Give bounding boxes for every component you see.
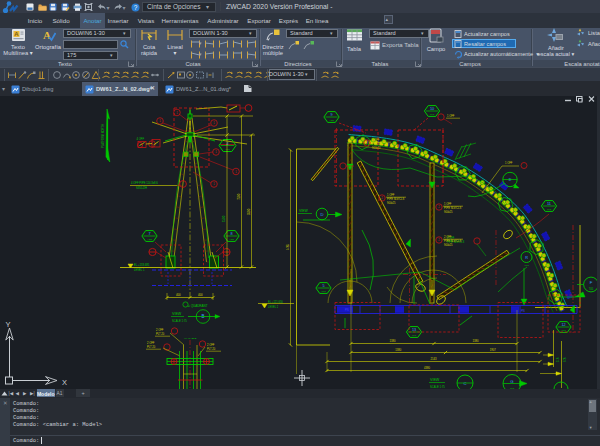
svg-text:1500: 1500: [222, 215, 226, 222]
svg-text:A: A: [14, 31, 19, 37]
svg-text:3500: 3500: [247, 208, 251, 215]
svg-text:LEVEL 2: LEVEL 2: [268, 305, 279, 309]
svg-text:11: 11: [547, 202, 551, 206]
svg-text:400: 400: [198, 293, 203, 297]
svg-text:5: 5: [322, 284, 324, 288]
svg-text:VIEW: VIEW: [299, 209, 308, 213]
svg-text:2 OFF: 2 OFF: [207, 343, 215, 347]
svg-text:2 OFF: 2 OFF: [156, 328, 164, 332]
svg-text:903: 903: [412, 334, 417, 337]
svg-text:1 OFF: 1 OFF: [372, 138, 380, 142]
svg-text:900x20: 900x20: [372, 146, 381, 150]
svg-text:4380: 4380: [424, 366, 430, 370]
svg-text:9: 9: [330, 113, 332, 117]
svg-text:Y: Y: [6, 320, 11, 329]
svg-text:PLT 20: PLT 20: [207, 347, 216, 351]
svg-text:EL.+121.650: EL.+121.650: [268, 300, 283, 304]
svg-text:4465: 4465: [286, 244, 290, 250]
svg-text:X: X: [62, 378, 67, 387]
svg-text:7500: 7500: [237, 193, 241, 200]
svg-text:746: 746: [563, 357, 567, 362]
svg-text:903: 903: [321, 290, 326, 293]
svg-text:1 OFF: 1 OFF: [447, 114, 455, 118]
svg-text:ASS: ASS: [147, 238, 152, 241]
svg-text:8: 8: [230, 232, 232, 236]
svg-text:HV CABLE: HV CABLE: [184, 337, 197, 340]
svg-text:516: 516: [556, 357, 560, 362]
svg-text:1 OFF: 1 OFF: [444, 202, 452, 206]
svg-text:903: 903: [524, 264, 529, 267]
svg-text:EL.+133.685: EL.+133.685: [134, 263, 150, 267]
svg-text:7: 7: [148, 232, 150, 236]
svg-text:1 OFF: 1 OFF: [387, 193, 395, 197]
svg-text:C: C: [463, 381, 466, 386]
svg-text:705: 705: [589, 287, 594, 291]
svg-text:ASS: ASS: [229, 238, 234, 241]
svg-text:900x25: 900x25: [444, 243, 453, 247]
svg-text:⌀ QUADRANT: ⌀ QUADRANT: [188, 304, 208, 308]
svg-text:G: G: [510, 379, 513, 384]
svg-text:10: 10: [430, 107, 434, 111]
svg-text:PN: PN: [521, 309, 525, 313]
svg-text:PLT 20: PLT 20: [156, 332, 165, 336]
svg-text:?: ?: [133, 3, 137, 10]
svg-text:2 OFF: 2 OFF: [147, 341, 155, 345]
svg-text:903: 903: [430, 113, 435, 116]
svg-text:903: 903: [547, 208, 552, 211]
svg-text:PN: PN: [345, 308, 349, 312]
svg-text:PLATFORM NORTH: PLATFORM NORTH: [101, 124, 105, 148]
svg-text:PIPE SLV/CLS: PIPE SLV/CLS: [387, 197, 404, 201]
svg-text:SCALE 1:75: SCALE 1:75: [172, 319, 187, 323]
svg-text:903: 903: [508, 185, 513, 188]
svg-text:1 OFF: 1 OFF: [505, 161, 513, 165]
svg-text:PIPE SLV/CLS: PIPE SLV/CLS: [444, 206, 461, 210]
svg-text:2 OFF: 2 OFF: [444, 235, 452, 239]
svg-text:13: 13: [412, 328, 416, 332]
svg-text:R: R: [525, 256, 528, 260]
svg-text:4 OFF PIPE 114.3x8.6: 4 OFF PIPE 114.3x8.6: [131, 181, 158, 185]
svg-text:900x25: 900x25: [444, 210, 453, 214]
svg-text:E: E: [509, 177, 512, 182]
svg-text:400: 400: [176, 293, 181, 297]
svg-text:1907: 1907: [490, 348, 496, 352]
svg-text:PIPE SLV/CLS: PIPE SLV/CLS: [444, 239, 461, 243]
svg-text:1380: 1380: [390, 339, 396, 343]
svg-text:ASS: ASS: [329, 119, 334, 122]
svg-text:12: 12: [561, 323, 565, 327]
svg-text:F: F: [590, 280, 593, 285]
svg-text:903: 903: [225, 148, 230, 151]
svg-text:PLT 20: PLT 20: [147, 345, 156, 349]
svg-text:PLT 20: PLT 20: [372, 142, 381, 146]
svg-text:900x25: 900x25: [387, 201, 396, 205]
svg-text:903: 903: [561, 329, 566, 332]
svg-text:D: D: [320, 212, 323, 217]
svg-text:4 OFF: 4 OFF: [137, 137, 145, 141]
svg-text:1380: 1380: [395, 348, 401, 352]
svg-text:S355J2H: S355J2H: [136, 186, 147, 190]
svg-text:VIEW: VIEW: [430, 378, 440, 382]
svg-text:1380: 1380: [473, 339, 479, 343]
svg-text:LEVEL 1: LEVEL 1: [134, 268, 145, 272]
svg-text:2143: 2143: [431, 357, 437, 361]
svg-text:VIEW: VIEW: [172, 312, 182, 316]
